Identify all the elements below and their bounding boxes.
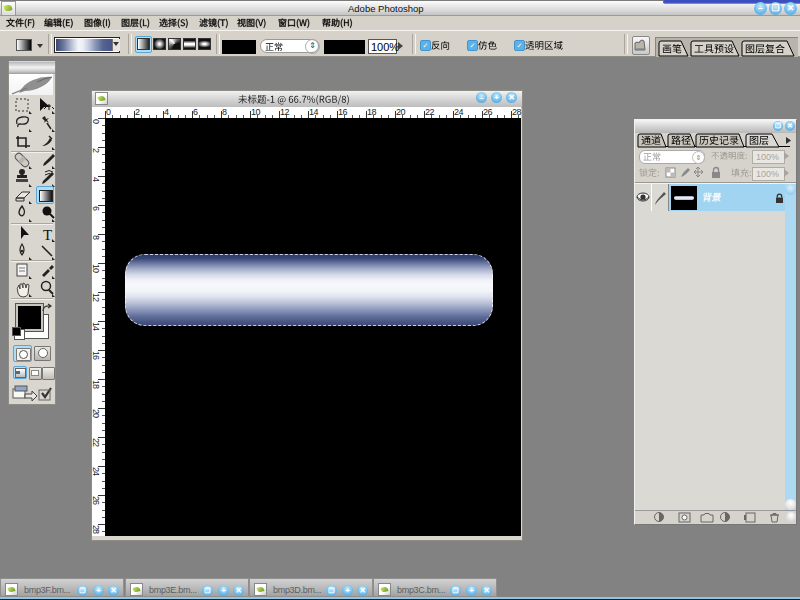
svg-text:T: T [43, 227, 52, 243]
